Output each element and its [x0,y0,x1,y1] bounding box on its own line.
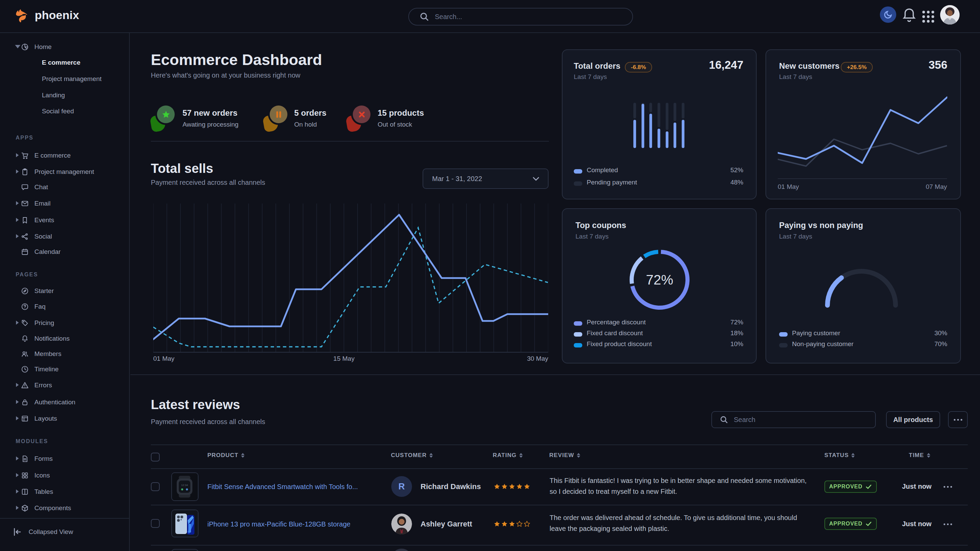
svg-text:15 May: 15 May [333,355,355,362]
svg-text:30 May: 30 May [527,355,548,362]
svg-text:12:34: 12:34 [181,484,188,487]
svg-text:07 May: 07 May [926,183,947,190]
svg-text:01 May: 01 May [778,183,799,190]
svg-text:01 May: 01 May [153,355,175,362]
svg-text:72%: 72% [646,272,673,287]
